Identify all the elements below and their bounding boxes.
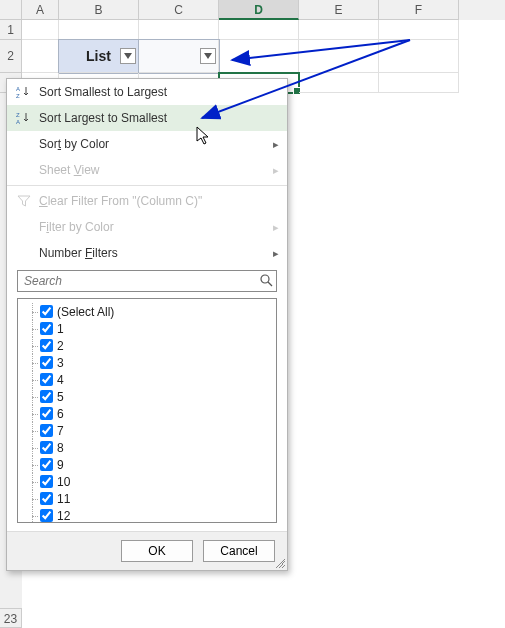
- cancel-button[interactable]: Cancel: [203, 540, 275, 562]
- sort-ascending[interactable]: AZ Sort Smallest to Largest: [7, 79, 287, 105]
- row-header[interactable]: 1: [0, 20, 22, 40]
- filter-by-color-label: Filter by Color: [39, 220, 269, 234]
- filter-item-label: 10: [57, 475, 70, 489]
- column-header[interactable]: B: [59, 0, 139, 20]
- row-header[interactable]: 2: [0, 40, 22, 73]
- filter-item-label: 8: [57, 441, 64, 455]
- filter-item[interactable]: 9: [24, 456, 270, 473]
- select-all-corner[interactable]: [0, 0, 22, 20]
- sort-descending-label: Sort Largest to Smallest: [39, 111, 279, 125]
- filter-item-label: 7: [57, 424, 64, 438]
- cell[interactable]: [299, 73, 379, 93]
- cell[interactable]: [139, 20, 219, 40]
- filter-dropdown: AZ Sort Smallest to Largest ZA Sort Larg…: [6, 78, 288, 571]
- column-header[interactable]: C: [139, 0, 219, 20]
- filter-checkbox[interactable]: [40, 509, 53, 522]
- cell[interactable]: [219, 20, 299, 40]
- cell[interactable]: [139, 40, 219, 73]
- svg-text:Z: Z: [16, 93, 20, 99]
- filter-item[interactable]: 2: [24, 337, 270, 354]
- filter-item[interactable]: 11: [24, 490, 270, 507]
- filter-item[interactable]: 7: [24, 422, 270, 439]
- cell[interactable]: [379, 40, 459, 73]
- filter-search-input[interactable]: [17, 270, 277, 292]
- sort-by-color[interactable]: Sort by Color ▸: [7, 131, 287, 157]
- column-header[interactable]: D: [219, 0, 299, 20]
- filter-checkbox[interactable]: [40, 458, 53, 471]
- filter-item-label: 12: [57, 509, 70, 523]
- cell[interactable]: [219, 40, 299, 73]
- number-filters[interactable]: Number Filters ▸: [7, 240, 287, 266]
- list-header-label: List: [86, 48, 111, 64]
- cell[interactable]: [299, 40, 379, 73]
- filter-item-label: (Select All): [57, 305, 114, 319]
- search-icon: [259, 273, 273, 290]
- filter-checkbox[interactable]: [40, 339, 53, 352]
- row-header[interactable]: 23: [0, 608, 22, 628]
- resize-grip[interactable]: [275, 558, 285, 568]
- filter-item-label: 4: [57, 373, 64, 387]
- filter-item-label: 6: [57, 407, 64, 421]
- filter-item[interactable]: 4: [24, 371, 270, 388]
- cell[interactable]: List: [59, 40, 139, 73]
- filter-checkbox[interactable]: [40, 322, 53, 335]
- column-header[interactable]: A: [22, 0, 59, 20]
- filter-item[interactable]: 5: [24, 388, 270, 405]
- dialog-buttons: OK Cancel: [7, 531, 287, 570]
- filter-item[interactable]: 8: [24, 439, 270, 456]
- filter-item-label: 3: [57, 356, 64, 370]
- filter-checkbox[interactable]: [40, 305, 53, 318]
- svg-line-5: [268, 282, 272, 286]
- sheet-view: Sheet View ▸: [7, 157, 287, 183]
- filter-search: [17, 270, 277, 292]
- filter-checkbox[interactable]: [40, 492, 53, 505]
- svg-text:A: A: [16, 86, 20, 92]
- filter-checkbox[interactable]: [40, 356, 53, 369]
- cell[interactable]: [22, 40, 59, 73]
- filter-item[interactable]: 12: [24, 507, 270, 523]
- filter-item[interactable]: 1: [24, 320, 270, 337]
- svg-point-4: [261, 275, 269, 283]
- filter-checkbox[interactable]: [40, 407, 53, 420]
- column-header[interactable]: F: [379, 0, 459, 20]
- cell[interactable]: [299, 20, 379, 40]
- filter-dropdown-button[interactable]: [200, 48, 216, 64]
- filter-item[interactable]: 3: [24, 354, 270, 371]
- svg-text:Z: Z: [16, 112, 20, 118]
- sort-by-color-label: Sort by Color: [39, 137, 269, 151]
- sort-asc-icon: AZ: [13, 84, 35, 100]
- clear-filter-label: Clear Filter From "(Column C)": [39, 194, 279, 208]
- menu-separator: [7, 185, 287, 186]
- filter-item[interactable]: 10: [24, 473, 270, 490]
- cell[interactable]: [22, 20, 59, 40]
- filter-checkbox[interactable]: [40, 475, 53, 488]
- filter-by-color: Filter by Color ▸: [7, 214, 287, 240]
- filter-item-label: 1: [57, 322, 64, 336]
- filter-item-label: 9: [57, 458, 64, 472]
- ok-button[interactable]: OK: [121, 540, 193, 562]
- filter-item-label: 11: [57, 492, 70, 506]
- svg-text:A: A: [16, 119, 20, 125]
- filter-item[interactable]: 6: [24, 405, 270, 422]
- submenu-arrow-icon: ▸: [269, 138, 279, 151]
- filter-dropdown-button[interactable]: [120, 48, 136, 64]
- clear-filter-icon: [13, 193, 35, 209]
- filter-checkbox[interactable]: [40, 390, 53, 403]
- cell[interactable]: [59, 20, 139, 40]
- cell[interactable]: [379, 20, 459, 40]
- filter-checkbox[interactable]: [40, 424, 53, 437]
- sort-ascending-label: Sort Smallest to Largest: [39, 85, 279, 99]
- column-headers: ABCDEF: [0, 0, 505, 20]
- submenu-arrow-icon: ▸: [269, 164, 279, 177]
- filter-checkbox[interactable]: [40, 441, 53, 454]
- clear-filter: Clear Filter From "(Column C)": [7, 188, 287, 214]
- filter-values-list[interactable]: (Select All) 123456789101112: [17, 298, 277, 523]
- cell[interactable]: [379, 73, 459, 93]
- column-header[interactable]: E: [299, 0, 379, 20]
- filter-checkbox[interactable]: [40, 373, 53, 386]
- submenu-arrow-icon: ▸: [269, 221, 279, 234]
- filter-item-select-all[interactable]: (Select All): [24, 303, 270, 320]
- submenu-arrow-icon: ▸: [269, 247, 279, 260]
- filter-item-label: 2: [57, 339, 64, 353]
- sort-descending[interactable]: ZA Sort Largest to Smallest: [7, 105, 287, 131]
